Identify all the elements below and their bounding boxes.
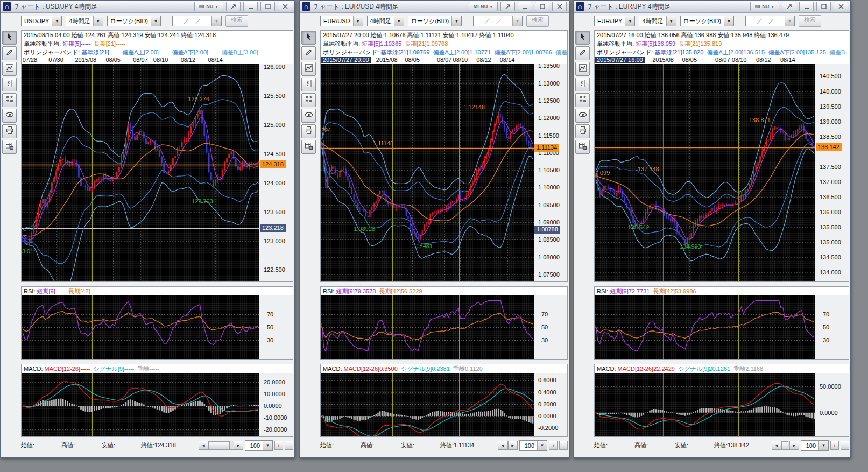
zoom-select[interactable]: 100▼ [801,440,829,451]
main-chart[interactable]: 1.121482941.111481.089281.08481 [321,64,534,281]
scrollbar[interactable]: ◀ ▶ [199,441,243,450]
zoom-in-button[interactable]: + [274,441,283,450]
scroll-thumb[interactable] [507,441,509,449]
maximize-button[interactable] [816,2,831,11]
price-axis[interactable]: 140.500140.000139.500139.000138.500137.5… [815,64,849,281]
main-chart[interactable]: 125.276123.7933.014 [22,64,259,281]
minimize-button[interactable] [799,2,814,11]
sidebar-button-cursor[interactable] [2,31,17,45]
sidebar-button-scale[interactable] [575,78,590,91]
main-chart[interactable]: 138.8717.099137.348135.542134.993 [595,64,815,281]
menu-button[interactable]: MENU▼ [194,2,223,11]
scroll-track[interactable] [208,441,234,449]
scroll-thumb[interactable] [208,441,230,449]
main-chart-canvas[interactable] [321,64,534,281]
scroll-track[interactable] [507,441,508,449]
timeframe-select[interactable]: 4時間足▼ [367,16,404,26]
pair-select[interactable]: EUR/USD▼ [320,16,363,26]
sidebar-button-scale[interactable] [301,78,316,91]
sidebar-button-stamp[interactable] [575,93,590,107]
search-button[interactable]: 検索 [225,15,248,27]
sidebar-button-eye[interactable] [575,109,590,123]
zoom-select[interactable]: 100▼ [245,440,273,451]
sidebar-button-stamp[interactable] [2,93,17,107]
chart-type-select[interactable]: ローソク(BID)▼ [408,16,462,26]
scroll-left-button[interactable]: ◀ [199,441,208,449]
timeframe-select[interactable]: 4時間足▼ [66,16,103,26]
date-input[interactable]: ／ ／▼ [172,16,222,26]
maximize-button[interactable] [260,2,275,11]
rsi-chart[interactable] [595,295,815,359]
sidebar-button-data-table[interactable] [2,140,17,154]
macd-chart-canvas[interactable] [595,373,815,436]
sidebar-button-stamp[interactable] [301,93,316,107]
zoom-in-button[interactable]: + [549,441,558,450]
sidebar-button-pencil[interactable] [575,46,590,60]
sidebar-button-indicator-chart[interactable] [2,62,17,76]
sidebar-button-eye[interactable] [301,109,316,123]
macd-chart-canvas[interactable] [22,373,259,436]
macd-chart[interactable] [595,373,815,436]
chart-type-select[interactable]: ローソク(BID)▼ [680,16,734,26]
search-button[interactable]: 検索 [799,15,821,27]
scroll-thumb[interactable] [781,441,788,449]
sidebar-button-print[interactable] [575,124,590,138]
popout-button[interactable] [500,2,515,11]
rsi-chart-canvas[interactable] [22,295,259,359]
macd-chart[interactable] [321,373,534,436]
zoom-in-button[interactable]: + [830,441,839,450]
close-button[interactable] [552,2,567,11]
zoom-out-button[interactable]: − [559,441,568,450]
main-chart-canvas[interactable] [22,64,259,281]
sidebar-button-cursor[interactable] [301,31,316,45]
scroll-right-button[interactable]: ▶ [789,441,799,449]
main-chart-canvas[interactable] [595,64,815,281]
minimize-button[interactable] [518,2,532,11]
sidebar-button-cursor[interactable] [575,31,590,45]
sidebar-button-pencil[interactable] [301,46,316,60]
scroll-left-button[interactable]: ◀ [772,441,781,449]
popout-button[interactable] [226,2,241,11]
sidebar-button-data-table[interactable] [575,140,590,154]
date-input[interactable]: ／ ／▼ [745,16,795,26]
menu-button[interactable]: MENU▼ [750,2,779,11]
sidebar-button-pencil[interactable] [2,46,17,60]
macd-chart[interactable] [22,373,259,436]
price-axis[interactable]: 1.135001.130001.125001.120001.115001.110… [534,64,567,281]
timeframe-select[interactable]: 4時間足▼ [639,16,676,26]
close-button[interactable] [834,2,848,11]
sidebar-button-data-table[interactable] [301,140,316,154]
zoom-select[interactable]: 100▼ [519,440,547,451]
price-axis[interactable]: 126.000125.500125.000124.500124.000123.5… [259,64,293,281]
chart-type-select[interactable]: ローソク(BID)▼ [107,16,161,26]
sidebar-button-scale[interactable] [2,78,17,91]
rsi-chart-canvas[interactable] [595,295,815,359]
sidebar-button-indicator-chart[interactable] [575,62,590,76]
search-button[interactable]: 検索 [526,15,549,27]
titlebar[interactable]: ∩ チャート : EUR/JPY 4時間足 MENU▼ [574,1,850,13]
sidebar-button-print[interactable] [301,124,316,138]
maximize-button[interactable] [535,2,549,11]
scroll-track[interactable] [781,441,789,449]
date-input[interactable]: ／ ／▼ [473,16,523,26]
sidebar-button-eye[interactable] [2,109,17,123]
macd-chart-canvas[interactable] [321,373,534,436]
rsi-chart[interactable] [22,295,259,359]
pair-select[interactable]: USD/JPY▼ [21,16,62,26]
popout-button[interactable] [782,2,796,11]
titlebar[interactable]: ∩ チャート : EUR/USD 4時間足 MENU▼ [300,1,569,13]
sidebar-button-indicator-chart[interactable] [301,62,316,76]
close-button[interactable] [278,2,292,11]
rsi-chart[interactable] [321,295,534,359]
titlebar[interactable]: ∩ チャート : USD/JPY 4時間足 MENU▼ [1,1,294,13]
rsi-chart-canvas[interactable] [321,295,534,359]
scroll-right-button[interactable]: ▶ [508,441,517,449]
zoom-out-button[interactable]: − [841,441,849,450]
scrollbar[interactable]: ◀ ▶ [498,441,518,450]
minimize-button[interactable] [243,2,258,11]
scrollbar[interactable]: ◀ ▶ [772,441,799,450]
sidebar-button-print[interactable] [2,124,17,138]
menu-button[interactable]: MENU▼ [469,2,498,11]
scroll-right-button[interactable]: ▶ [234,441,243,449]
scroll-left-button[interactable]: ◀ [498,441,507,449]
